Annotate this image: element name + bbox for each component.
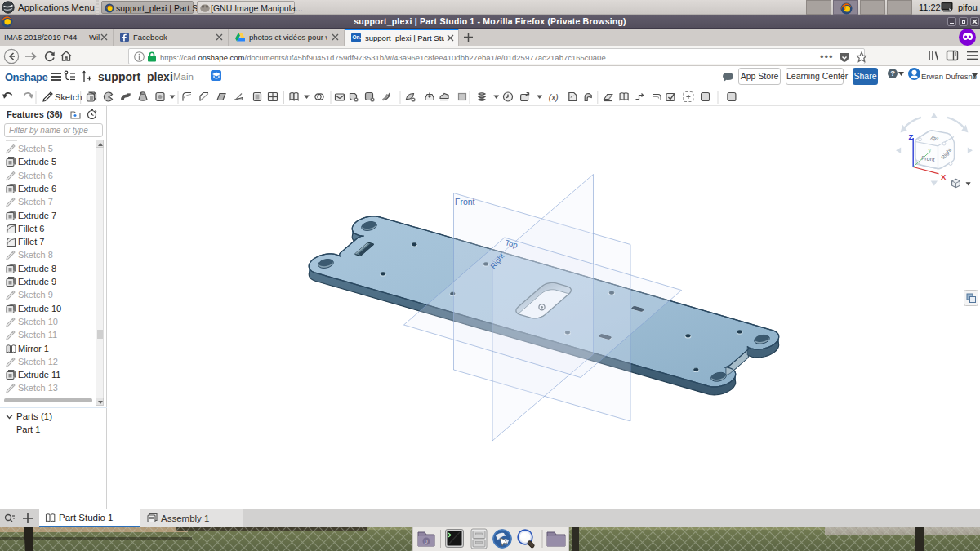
svg-text:X: X <box>941 172 947 181</box>
svg-text:Sketch: Sketch <box>55 92 82 102</box>
svg-text:Front: Front <box>455 197 475 207</box>
svg-text:Right: Right <box>940 147 953 161</box>
svg-text:Front: Front <box>921 155 935 162</box>
svg-text:Top: Top <box>504 238 519 250</box>
svg-text:Y: Y <box>928 147 933 154</box>
svg-text:Top: Top <box>928 135 941 141</box>
svg-text:Right: Right <box>489 251 506 270</box>
svg-text:(x): (x) <box>549 93 559 102</box>
svg-text:Z: Z <box>909 132 914 141</box>
